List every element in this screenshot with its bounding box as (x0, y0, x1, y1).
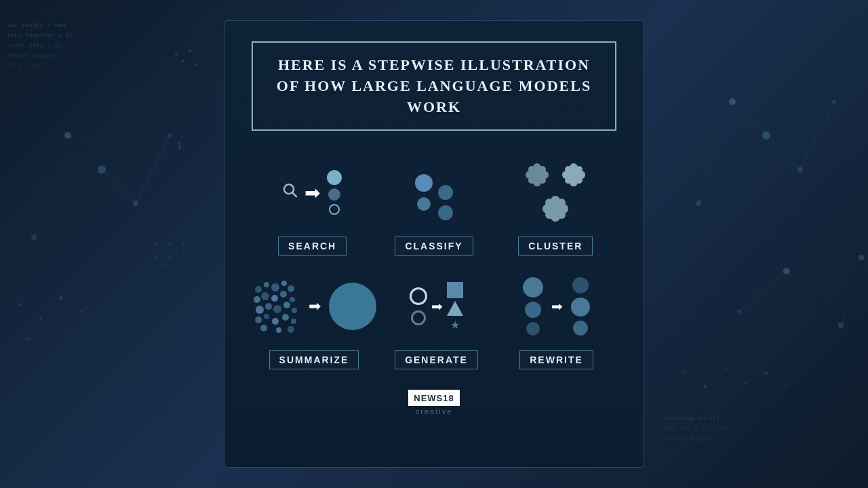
svg-point-45 (838, 323, 844, 328)
svg-point-97 (265, 303, 272, 310)
svg-text:1: 1 (176, 140, 182, 151)
svg-point-84 (545, 211, 553, 219)
title-box: HERE IS A STEPWISE ILLUSTRATION OF HOW L… (252, 41, 616, 131)
left-network-decoration: var result = new this.function = () cons… (0, 0, 217, 488)
step-classify: CLASSIFY (373, 155, 494, 256)
svg-point-51 (745, 382, 747, 384)
main-infographic-card: HERE IS A STEPWISE ILLUSTRATION OF HOW L… (224, 20, 644, 468)
svg-point-95 (290, 297, 295, 302)
svg-line-34 (800, 102, 834, 169)
svg-point-104 (282, 314, 289, 321)
svg-point-38 (762, 131, 770, 140)
cluster-flower-2 (559, 161, 588, 189)
background: var result = new this.function = () cons… (0, 0, 868, 488)
svg-point-17 (19, 304, 22, 307)
svg-point-24 (161, 249, 164, 252)
classify-visual (373, 155, 494, 230)
search-icon (283, 183, 298, 202)
svg-point-83 (557, 199, 566, 207)
svg-text:return output;: return output; (665, 435, 716, 442)
svg-text:function init(): function init() (665, 415, 719, 422)
svg-point-18 (39, 317, 42, 320)
svg-point-90 (288, 285, 294, 292)
svg-point-40 (696, 201, 701, 206)
svg-point-12 (64, 132, 71, 139)
svg-point-98 (273, 305, 281, 313)
svg-point-105 (291, 319, 296, 324)
search-dots (327, 170, 342, 215)
svg-line-10 (34, 169, 102, 237)
svg-point-36 (729, 98, 736, 105)
svg-point-107 (276, 327, 281, 333)
steps-row-2: ➡ SUMMARIZE ➡ (252, 269, 616, 369)
svg-point-74 (576, 166, 583, 173)
svg-point-31 (175, 263, 178, 266)
svg-point-85 (557, 211, 566, 219)
step-rewrite: ➡ REWRITE (496, 269, 616, 369)
svg-point-65 (539, 166, 546, 173)
svg-line-41 (787, 271, 841, 325)
summarize-scatter (252, 279, 300, 333)
svg-point-67 (539, 177, 546, 184)
step-search: ➡ SEARCH (252, 155, 373, 256)
svg-point-96 (256, 306, 264, 314)
svg-point-94 (280, 291, 287, 298)
svg-point-21 (26, 338, 29, 341)
svg-point-92 (261, 292, 269, 300)
svg-point-86 (255, 286, 262, 293)
svg-line-43 (841, 258, 861, 325)
svg-point-88 (271, 283, 279, 291)
classify-label: CLASSIFY (395, 237, 473, 256)
svg-text:if(x > 0){: if(x > 0){ (7, 62, 43, 69)
svg-point-75 (565, 177, 572, 184)
svg-point-48 (684, 371, 686, 374)
svg-point-101 (255, 317, 262, 323)
brand-creative: creative (416, 407, 453, 415)
cluster-label: CLUSTER (518, 237, 593, 256)
svg-point-28 (155, 256, 157, 259)
svg-point-27 (182, 243, 184, 245)
svg-point-8 (195, 63, 198, 66)
search-label: SEARCH (278, 237, 347, 256)
svg-point-46 (737, 310, 741, 314)
svg-point-47 (859, 255, 864, 260)
svg-line-33 (698, 136, 766, 203)
svg-point-16 (31, 235, 37, 240)
brand-logo-box: NEWS18 (408, 390, 459, 406)
arrow-icon-summarize: ➡ (309, 298, 321, 315)
cluster-flower-3 (540, 193, 571, 224)
svg-text:this.function = (): this.function = () (7, 32, 73, 39)
svg-point-91 (254, 296, 260, 303)
svg-text:const data = []: const data = [] (7, 42, 62, 49)
svg-point-14 (98, 165, 106, 174)
svg-point-30 (168, 256, 171, 259)
svg-point-89 (281, 281, 287, 286)
svg-point-37 (797, 167, 803, 172)
brand-name: NEWS18 (414, 393, 454, 403)
svg-point-20 (80, 310, 83, 313)
step-cluster: CLUSTER (495, 155, 616, 256)
svg-point-39 (832, 100, 836, 104)
svg-point-23 (155, 243, 157, 245)
svg-point-93 (271, 295, 278, 302)
summarize-visual: ➡ (252, 269, 376, 344)
svg-point-7 (189, 49, 191, 52)
svg-line-11 (136, 136, 170, 203)
svg-point-49 (704, 385, 707, 388)
svg-point-76 (576, 177, 583, 184)
svg-text:return value++: return value++ (7, 52, 58, 59)
svg-point-50 (724, 368, 727, 371)
svg-point-53 (785, 385, 788, 388)
svg-point-64 (528, 166, 535, 173)
rewrite-visual: ➡ (496, 269, 616, 344)
right-network-decoration: function init() let arr = [1,2,3] return… (651, 0, 868, 488)
svg-point-66 (528, 177, 535, 184)
svg-point-73 (565, 166, 572, 173)
generate-visual: ➡ ★ (376, 269, 496, 344)
svg-point-87 (264, 282, 269, 287)
summarize-label: SUMMARIZE (269, 350, 359, 369)
summarize-result-circle (329, 283, 376, 330)
step-summarize: ➡ SUMMARIZE (252, 269, 376, 369)
svg-point-15 (167, 134, 172, 138)
search-visual: ➡ (252, 155, 373, 230)
